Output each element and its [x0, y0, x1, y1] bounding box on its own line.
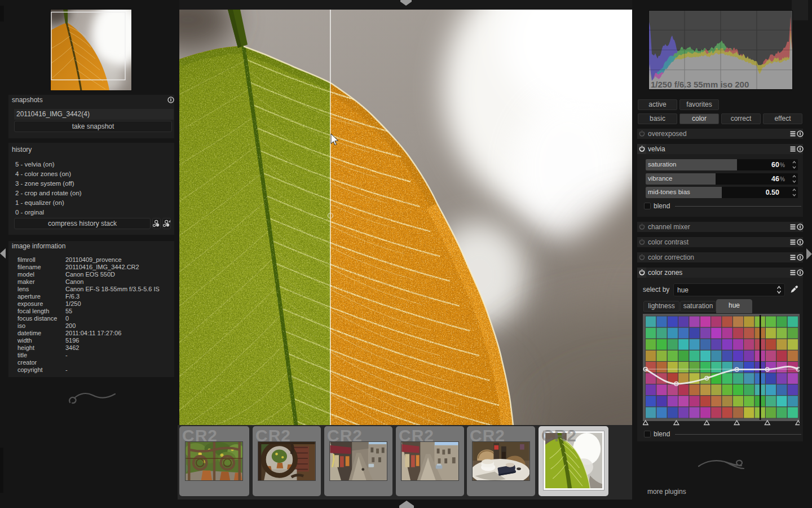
svg-text:1/250 f/6.3 55mm iso 200: 1/250 f/6.3 55mm iso 200	[651, 80, 749, 89]
